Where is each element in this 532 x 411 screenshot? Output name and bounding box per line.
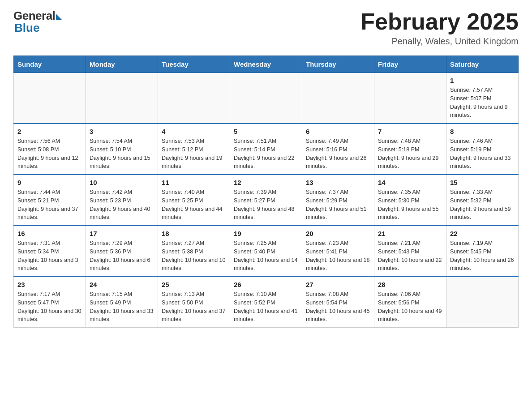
calendar-day-cell: 15Sunrise: 7:33 AMSunset: 5:32 PMDayligh… [446, 175, 519, 226]
calendar-day-cell: 20Sunrise: 7:23 AMSunset: 5:41 PMDayligh… [302, 226, 374, 277]
day-info: Sunrise: 7:33 AMSunset: 5:32 PMDaylight:… [450, 188, 515, 222]
day-info: Sunrise: 7:23 AMSunset: 5:41 PMDaylight:… [306, 239, 370, 273]
day-number: 3 [90, 128, 154, 135]
day-number: 10 [90, 179, 154, 186]
day-info: Sunrise: 7:21 AMSunset: 5:43 PMDaylight:… [378, 239, 442, 273]
calendar-day-cell: 10Sunrise: 7:42 AMSunset: 5:23 PMDayligh… [86, 175, 158, 226]
day-number: 27 [306, 281, 370, 288]
weekday-header-tuesday: Tuesday [158, 56, 230, 73]
weekday-header-sunday: Sunday [14, 56, 86, 73]
day-info: Sunrise: 7:29 AMSunset: 5:36 PMDaylight:… [90, 239, 154, 273]
day-number: 22 [450, 230, 515, 237]
calendar-day-cell: 9Sunrise: 7:44 AMSunset: 5:21 PMDaylight… [14, 175, 86, 226]
day-number: 12 [234, 179, 298, 186]
day-number: 17 [90, 230, 154, 237]
day-info: Sunrise: 7:53 AMSunset: 5:12 PMDaylight:… [162, 137, 226, 171]
day-info: Sunrise: 7:56 AMSunset: 5:08 PMDaylight:… [17, 137, 82, 171]
calendar-day-cell: 26Sunrise: 7:10 AMSunset: 5:52 PMDayligh… [230, 277, 302, 328]
calendar-week-row: 2Sunrise: 7:56 AMSunset: 5:08 PMDaylight… [14, 124, 519, 175]
day-number: 26 [234, 281, 298, 288]
day-info: Sunrise: 7:48 AMSunset: 5:18 PMDaylight:… [378, 137, 442, 171]
calendar-day-cell [14, 73, 86, 124]
day-number: 25 [162, 281, 226, 288]
calendar-day-cell: 13Sunrise: 7:37 AMSunset: 5:29 PMDayligh… [302, 175, 374, 226]
day-info: Sunrise: 7:27 AMSunset: 5:38 PMDaylight:… [162, 239, 226, 273]
location-text: Penally, Wales, United Kingdom [360, 36, 519, 47]
calendar-day-cell: 14Sunrise: 7:35 AMSunset: 5:30 PMDayligh… [374, 175, 446, 226]
calendar-day-cell: 2Sunrise: 7:56 AMSunset: 5:08 PMDaylight… [14, 124, 86, 175]
calendar-week-row: 16Sunrise: 7:31 AMSunset: 5:34 PMDayligh… [14, 226, 519, 277]
calendar-table: SundayMondayTuesdayWednesdayThursdayFrid… [13, 56, 519, 328]
calendar-week-row: 1Sunrise: 7:57 AMSunset: 5:07 PMDaylight… [14, 73, 519, 124]
day-info: Sunrise: 7:10 AMSunset: 5:52 PMDaylight:… [234, 290, 298, 324]
day-info: Sunrise: 7:35 AMSunset: 5:30 PMDaylight:… [378, 188, 442, 222]
day-number: 23 [17, 281, 82, 288]
logo-blue-text: Blue [14, 21, 39, 35]
logo: General Blue [13, 9, 62, 35]
day-number: 28 [378, 281, 442, 288]
page-header: General Blue February 2025 Penally, Wale… [13, 9, 519, 47]
day-info: Sunrise: 7:40 AMSunset: 5:25 PMDaylight:… [162, 188, 226, 222]
day-number: 21 [378, 230, 442, 237]
calendar-day-cell: 16Sunrise: 7:31 AMSunset: 5:34 PMDayligh… [14, 226, 86, 277]
day-number: 13 [306, 179, 370, 186]
day-info: Sunrise: 7:49 AMSunset: 5:16 PMDaylight:… [306, 137, 370, 171]
calendar-header-row: SundayMondayTuesdayWednesdayThursdayFrid… [14, 56, 519, 73]
day-info: Sunrise: 7:37 AMSunset: 5:29 PMDaylight:… [306, 188, 370, 222]
calendar-day-cell [230, 73, 302, 124]
day-info: Sunrise: 7:57 AMSunset: 5:07 PMDaylight:… [450, 86, 515, 120]
day-number: 16 [17, 230, 82, 237]
day-number: 18 [162, 230, 226, 237]
day-info: Sunrise: 7:46 AMSunset: 5:19 PMDaylight:… [450, 137, 515, 171]
calendar-day-cell: 21Sunrise: 7:21 AMSunset: 5:43 PMDayligh… [374, 226, 446, 277]
calendar-day-cell [302, 73, 374, 124]
calendar-day-cell: 28Sunrise: 7:06 AMSunset: 5:56 PMDayligh… [374, 277, 446, 328]
day-number: 4 [162, 128, 226, 135]
day-info: Sunrise: 7:44 AMSunset: 5:21 PMDaylight:… [17, 188, 82, 222]
day-info: Sunrise: 7:17 AMSunset: 5:47 PMDaylight:… [17, 290, 82, 324]
month-title: February 2025 [360, 9, 519, 34]
calendar-day-cell: 22Sunrise: 7:19 AMSunset: 5:45 PMDayligh… [446, 226, 519, 277]
calendar-day-cell [446, 277, 519, 328]
day-info: Sunrise: 7:31 AMSunset: 5:34 PMDaylight:… [17, 239, 82, 273]
day-number: 20 [306, 230, 370, 237]
day-info: Sunrise: 7:13 AMSunset: 5:50 PMDaylight:… [162, 290, 226, 324]
weekday-header-wednesday: Wednesday [230, 56, 302, 73]
calendar-day-cell: 19Sunrise: 7:25 AMSunset: 5:40 PMDayligh… [230, 226, 302, 277]
calendar-day-cell: 1Sunrise: 7:57 AMSunset: 5:07 PMDaylight… [446, 73, 519, 124]
day-number: 2 [17, 128, 82, 135]
calendar-day-cell: 24Sunrise: 7:15 AMSunset: 5:49 PMDayligh… [86, 277, 158, 328]
weekday-header-friday: Friday [374, 56, 446, 73]
calendar-day-cell: 25Sunrise: 7:13 AMSunset: 5:50 PMDayligh… [158, 277, 230, 328]
calendar-day-cell: 8Sunrise: 7:46 AMSunset: 5:19 PMDaylight… [446, 124, 519, 175]
calendar-day-cell [158, 73, 230, 124]
calendar-day-cell: 17Sunrise: 7:29 AMSunset: 5:36 PMDayligh… [86, 226, 158, 277]
calendar-day-cell [86, 73, 158, 124]
calendar-week-row: 9Sunrise: 7:44 AMSunset: 5:21 PMDaylight… [14, 175, 519, 226]
calendar-day-cell: 4Sunrise: 7:53 AMSunset: 5:12 PMDaylight… [158, 124, 230, 175]
day-number: 5 [234, 128, 298, 135]
day-number: 8 [450, 128, 515, 135]
weekday-header-monday: Monday [86, 56, 158, 73]
title-section: February 2025 Penally, Wales, United Kin… [360, 9, 519, 47]
day-info: Sunrise: 7:06 AMSunset: 5:56 PMDaylight:… [378, 290, 442, 324]
calendar-week-row: 23Sunrise: 7:17 AMSunset: 5:47 PMDayligh… [14, 277, 519, 328]
calendar-day-cell: 11Sunrise: 7:40 AMSunset: 5:25 PMDayligh… [158, 175, 230, 226]
day-info: Sunrise: 7:39 AMSunset: 5:27 PMDaylight:… [234, 188, 298, 222]
day-number: 14 [378, 179, 442, 186]
calendar-day-cell: 27Sunrise: 7:08 AMSunset: 5:54 PMDayligh… [302, 277, 374, 328]
day-number: 15 [450, 179, 515, 186]
weekday-header-saturday: Saturday [446, 56, 519, 73]
day-number: 6 [306, 128, 370, 135]
day-number: 1 [450, 77, 515, 84]
day-number: 24 [90, 281, 154, 288]
logo-arrow-icon [56, 14, 62, 20]
day-number: 9 [17, 179, 82, 186]
day-info: Sunrise: 7:54 AMSunset: 5:10 PMDaylight:… [90, 137, 154, 171]
day-info: Sunrise: 7:15 AMSunset: 5:49 PMDaylight:… [90, 290, 154, 324]
calendar-day-cell: 18Sunrise: 7:27 AMSunset: 5:38 PMDayligh… [158, 226, 230, 277]
day-info: Sunrise: 7:51 AMSunset: 5:14 PMDaylight:… [234, 137, 298, 171]
day-number: 19 [234, 230, 298, 237]
calendar-day-cell: 23Sunrise: 7:17 AMSunset: 5:47 PMDayligh… [14, 277, 86, 328]
day-number: 7 [378, 128, 442, 135]
